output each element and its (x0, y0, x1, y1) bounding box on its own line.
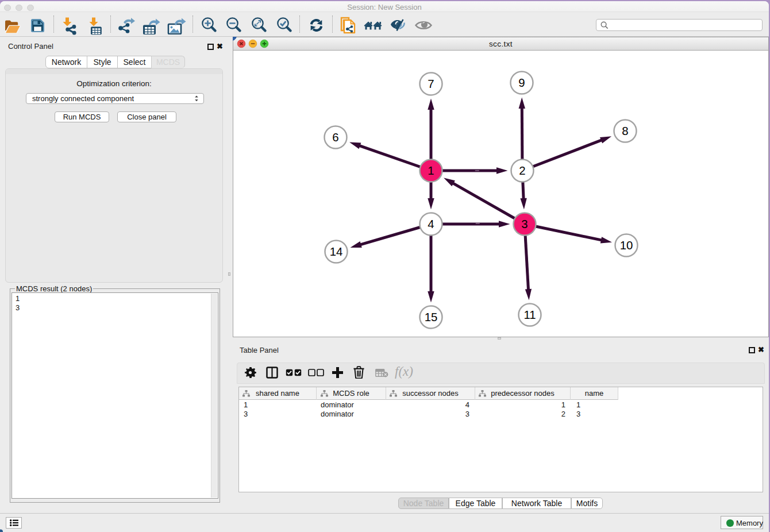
svg-text:2: 2 (519, 164, 525, 177)
svg-text:3: 3 (521, 218, 528, 230)
svg-text:7: 7 (428, 78, 434, 90)
svg-text:11: 11 (523, 309, 536, 321)
svg-text:8: 8 (622, 125, 628, 137)
svg-text:15: 15 (425, 311, 438, 323)
svg-text:14: 14 (330, 245, 343, 258)
svg-text:9: 9 (518, 76, 525, 89)
svg-text:10: 10 (620, 239, 633, 252)
svg-text:6: 6 (332, 131, 338, 144)
svg-text:1: 1 (428, 164, 434, 177)
svg-text:4: 4 (428, 218, 434, 230)
